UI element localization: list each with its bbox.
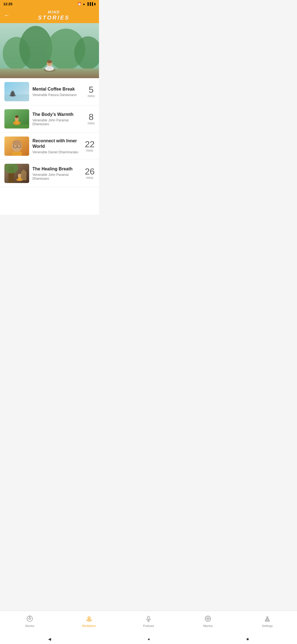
- duration-number-4: 26: [85, 167, 95, 176]
- duration-number-3: 22: [85, 140, 95, 149]
- logo-mind: MIND: [38, 10, 70, 14]
- item-duration-1: 5 mins: [88, 85, 95, 98]
- svg-point-27: [12, 140, 21, 146]
- wifi-icon: ▲: [82, 2, 86, 6]
- svg-rect-12: [4, 94, 29, 101]
- duration-unit-4: mins: [86, 176, 93, 180]
- item-title-3: Reconnect with Inner World: [32, 138, 82, 149]
- status-bar: 12:25 ⏰ ▲ ▐▐▐ ▮: [0, 0, 99, 8]
- item-thumbnail-3: [4, 137, 29, 156]
- list-item[interactable]: Reconnect with Inner World Venerable Dan…: [0, 133, 99, 160]
- item-duration-3: 22 mins: [85, 140, 95, 152]
- svg-rect-17: [4, 124, 29, 129]
- item-info-4: The Healing Breath Venerable John Parama…: [32, 166, 82, 181]
- item-thumbnail-4: [4, 164, 29, 183]
- svg-point-34: [18, 174, 21, 178]
- app-header: ← MIND STORIES: [0, 8, 99, 23]
- status-icons: ⏰ ▲ ▐▐▐ ▮: [78, 2, 96, 6]
- duration-unit-2: mins: [88, 121, 95, 125]
- svg-rect-35: [21, 172, 26, 180]
- duration-unit-3: mins: [86, 149, 93, 152]
- logo-container: MIND STORIES: [13, 10, 95, 20]
- item-author-3: Venerable Daniel Dhammarako: [32, 150, 82, 154]
- item-duration-4: 26 mins: [85, 167, 95, 180]
- item-info-1: Mental Coffee Break Venerable Pasura Dan…: [32, 86, 85, 97]
- svg-rect-28: [12, 152, 22, 156]
- list-item[interactable]: Mental Coffee Break Venerable Pasura Dan…: [0, 78, 99, 105]
- item-title-4: The Healing Breath: [32, 166, 82, 171]
- item-thumbnail-1: [4, 82, 29, 101]
- item-author-4: Venerable John Paramai Dhanissaro: [32, 173, 82, 181]
- svg-point-10: [47, 60, 52, 63]
- duration-unit-1: mins: [88, 94, 95, 98]
- status-time: 12:25: [3, 2, 12, 6]
- item-title-2: The Body's Warmth: [32, 112, 85, 117]
- item-info-2: The Body's Warmth Venerable John Paramai…: [32, 112, 85, 126]
- alarm-icon: ⏰: [78, 2, 81, 6]
- item-duration-2: 8 mins: [88, 113, 95, 125]
- duration-number-1: 5: [89, 85, 94, 94]
- list-item[interactable]: The Body's Warmth Venerable John Paramai…: [0, 105, 99, 133]
- svg-point-15: [11, 91, 14, 94]
- logo-stories: STORIES: [38, 15, 70, 21]
- item-title-1: Mental Coffee Break: [32, 86, 85, 92]
- back-button[interactable]: ←: [4, 12, 10, 18]
- list-item[interactable]: The Healing Breath Venerable John Parama…: [0, 160, 99, 187]
- hero-image: [0, 23, 99, 78]
- svg-point-21: [15, 115, 18, 118]
- duration-number-2: 8: [89, 113, 94, 121]
- battery-icon: ▮: [94, 2, 96, 6]
- signal-icon: ▐▐▐: [87, 2, 93, 6]
- item-author-1: Venerable Pasura Dantamano: [32, 93, 85, 97]
- item-author-2: Venerable John Paramai Dhanissaro: [32, 118, 85, 126]
- item-thumbnail-2: [4, 109, 29, 129]
- content-list: Mental Coffee Break Venerable Pasura Dan…: [0, 78, 99, 215]
- item-info-3: Reconnect with Inner World Venerable Dan…: [32, 138, 82, 154]
